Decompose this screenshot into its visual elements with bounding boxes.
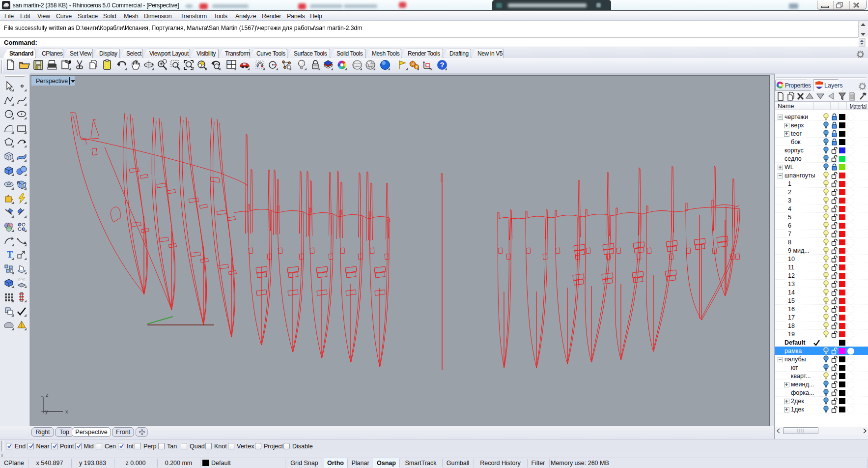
svg-text:T: T: [7, 250, 13, 260]
svg-text:z: z: [46, 392, 49, 398]
svg-text:?: ?: [440, 60, 444, 69]
svg-text:x: x: [65, 409, 68, 414]
svg-text:y: y: [45, 409, 48, 414]
